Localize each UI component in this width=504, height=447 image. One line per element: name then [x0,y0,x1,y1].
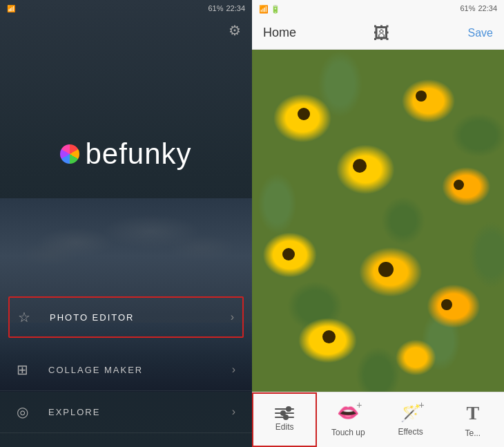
photo-editor-arrow: › [231,311,234,323]
flower-center-1 [298,108,310,120]
save-button[interactable]: Save [468,27,493,39]
slider-line-1 [275,408,294,410]
image-area [252,50,504,392]
right-battery: 61% [460,4,475,12]
explore-icon: ◎ [17,403,37,420]
image-icon[interactable]: 🖼 [374,23,390,43]
sliders-icon [275,408,294,418]
flower-background [252,50,504,392]
tool-touch-up[interactable]: + 👄 Touch up [317,392,379,447]
right-status-icons: 📶 🔋 [259,5,280,13]
sidebar-item-collage-maker[interactable]: ⊞ COLLAGE MAKER › [0,349,252,390]
collage-maker-arrow: › [232,363,235,376]
wifi-icon: 📶 [7,5,15,12]
star-icon: ☆ [18,309,39,325]
edits-label: Edits [275,422,294,432]
flower-center-8 [322,330,336,343]
flower-photo [252,50,504,392]
slider-line-3 [275,417,294,418]
collage-icon: ⊞ [17,361,37,378]
slider-dot-1 [286,406,291,412]
slider-line-2 [275,412,294,414]
flower-center-7 [441,299,452,310]
effects-plus-icon: + [419,399,425,410]
touch-up-label: Touch up [331,428,365,437]
slider-dot-3 [283,415,289,420]
left-battery: 61% [208,4,223,12]
left-status-icons: 📶 [7,5,15,12]
left-panel: 📶 61% 22:34 ⚙ befunky ☆ PHOTO EDITOR › [0,0,252,447]
sidebar-item-photo-editor[interactable]: ☆ PHOTO EDITOR › [8,296,244,338]
collage-maker-label: COLLAGE MAKER [48,365,232,375]
wand-icon: 🪄 [400,403,421,423]
text-icon: T [467,402,480,424]
home-label: Home [263,26,296,40]
tool-edits[interactable]: Edits [252,392,317,447]
left-status-bar: 📶 61% 22:34 [0,0,252,17]
flower-center-6 [378,262,394,277]
sidebar-item-explore[interactable]: ◎ EXPLORE › [0,390,252,433]
right-panel: 📶 🔋 61% 22:34 Home 🖼 Save [252,0,504,447]
flower-center-4 [454,180,464,190]
right-time: 22:34 [478,4,497,12]
left-time: 22:34 [226,4,245,12]
logo-circle [60,144,79,164]
right-status-bar: 📶 🔋 61% 22:34 [252,0,504,17]
logo: befunky [60,137,191,171]
tool-text[interactable]: T Te... [442,392,504,447]
gear-icon[interactable]: ⚙ [229,22,241,39]
photo-editor-label: PHOTO EDITOR [50,312,231,323]
toolbar: Edits + 👄 Touch up + 🪄 Effects T Te... [252,392,504,447]
menu-items: ☆ PHOTO EDITOR › ⊞ COLLAGE MAKER › ◎ EXP… [0,296,252,447]
cloud-layer [0,198,252,309]
logo-text: befunky [85,137,191,171]
text-label: Te... [465,428,481,438]
right-status-left: 📶 🔋 [259,2,280,15]
explore-label: EXPLORE [48,407,232,417]
right-status-right: 61% 22:34 [460,4,497,12]
flower-center-5 [282,248,295,260]
right-header: Home 🖼 Save [252,17,504,50]
effects-label: Effects [398,427,423,437]
explore-arrow: › [232,406,235,418]
settings-row: ⚙ [0,17,252,39]
tool-effects[interactable]: + 🪄 Effects [380,392,442,447]
left-status-right: 61% 22:34 [208,4,245,12]
touch-up-plus-icon: + [356,399,362,410]
